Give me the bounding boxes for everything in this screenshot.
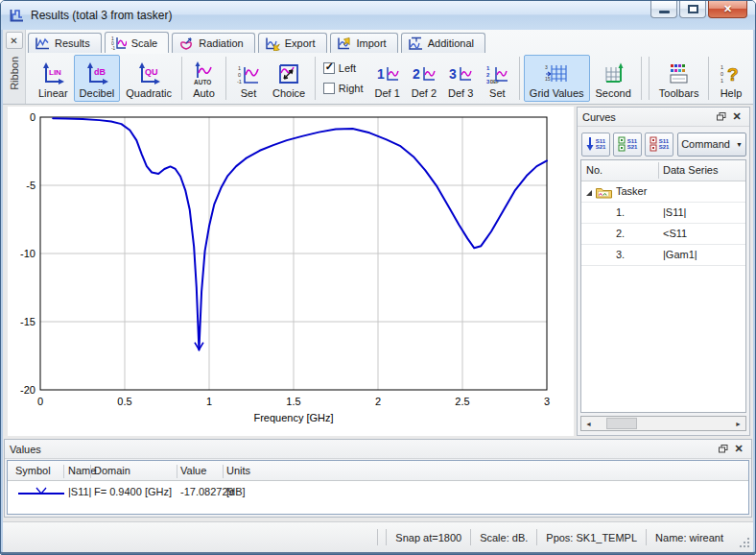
curve-row-2[interactable]: 2. <S11 <box>581 224 745 245</box>
set-def-icon: 1 2 3 DEF <box>484 61 509 86</box>
grid-values-button[interactable]: 3 15 Grid Values <box>524 55 590 102</box>
linear-button[interactable]: LIN Linear <box>33 55 74 102</box>
tab-import[interactable]: Import <box>330 33 398 53</box>
svg-text:1: 1 <box>238 65 241 71</box>
svg-text:AUTO: AUTO <box>194 79 211 85</box>
curve-row-1[interactable]: 1. |S11| <box>581 203 745 224</box>
maximize-icon <box>688 5 698 13</box>
ribbon-toolbar: LIN Linear dB Decibel QU <box>27 53 753 104</box>
svg-text:-20: -20 <box>20 384 35 396</box>
toolbars-button[interactable]: Toolbars <box>653 55 705 102</box>
quadratic-icon: QU <box>136 61 161 86</box>
set-scale-button[interactable]: 1 0 -1 Set <box>230 55 267 102</box>
status-scale: Scale: dB. <box>471 532 536 543</box>
select-all-curves-button[interactable]: S11S21 <box>613 133 642 157</box>
plot-selected-curves-button[interactable]: S11S21 <box>581 133 610 157</box>
tab-label: Radiation <box>199 37 243 49</box>
tab-export[interactable]: Export <box>258 33 327 53</box>
choice-button[interactable]: Choice <box>267 55 311 102</box>
values-row[interactable]: |S11| F= 0.9400 [GHz] -17.082729 [dB] <box>8 481 748 503</box>
svg-text:dB: dB <box>94 67 106 77</box>
values-panel-title: Values <box>10 444 716 455</box>
values-float-button[interactable] <box>716 442 731 456</box>
title-bar[interactable]: Results (total 3 from tasker) ✕ <box>1 1 755 30</box>
app-icon <box>9 8 24 23</box>
quadratic-button[interactable]: QU Quadratic <box>120 55 177 102</box>
tab-radiation[interactable]: Radiation <box>172 33 254 53</box>
tasker-folder-icon <box>596 186 612 199</box>
curve-row-3[interactable]: 3. |Gam1| <box>581 245 745 266</box>
curve-symbol <box>17 485 65 498</box>
auto-scale-button[interactable]: AUTO Auto <box>185 55 222 102</box>
tab-scale[interactable]: 1 0 -1 Scale <box>105 32 170 53</box>
export-icon <box>265 36 280 51</box>
window-body: ✕ Ribbon Results 1 0 -1 <box>3 30 753 552</box>
curves-horizontal-scrollbar[interactable]: ◄ ► <box>580 416 746 431</box>
set-def-button[interactable]: 1 2 3 DEF Set <box>479 55 515 102</box>
tab-label: Results <box>55 37 90 49</box>
decibel-button[interactable]: dB Decibel <box>74 55 121 102</box>
s-parameter-chart: 00.511.522.530-5-10-15-20Frequency [GHz] <box>8 107 574 436</box>
close-button[interactable]: ✕ <box>708 1 747 18</box>
svg-text:-5: -5 <box>26 180 35 191</box>
set-scale-icon: 1 0 -1 <box>236 61 261 86</box>
svg-text:0: 0 <box>30 111 35 123</box>
scrollbar-thumb[interactable] <box>606 418 637 429</box>
plot-area[interactable]: 00.511.522.530-5-10-15-20Frequency [GHz] <box>8 107 574 436</box>
command-dropdown[interactable]: Command ▼ <box>677 133 746 157</box>
axis-side-checkboxes: ✓ Left Right <box>319 55 369 102</box>
second-axis-button[interactable]: Second <box>590 55 637 102</box>
svg-text:-1: -1 <box>237 79 242 84</box>
help-button[interactable]: 1 0 1 ? Help <box>713 55 749 102</box>
def3-icon: 3 <box>448 61 473 86</box>
ribbon-tabs: Results 1 0 -1 Scale <box>28 32 488 53</box>
import-icon <box>337 36 352 51</box>
def1-button[interactable]: 1 Def 1 <box>368 55 405 102</box>
values-close-button[interactable]: ✕ <box>731 442 746 456</box>
curves-close-button[interactable]: ✕ <box>729 109 744 124</box>
status-separator <box>377 529 378 545</box>
left-axis-checkbox[interactable]: ✓ Left <box>323 62 364 74</box>
ribbon-close-button[interactable]: ✕ <box>6 32 23 49</box>
def1-icon: 1 <box>375 61 400 86</box>
scroll-right-icon[interactable]: ► <box>731 421 745 427</box>
curves-float-button[interactable] <box>714 109 729 124</box>
grid-values-icon: 3 15 <box>544 61 569 86</box>
column-divider <box>90 465 91 478</box>
curves-group-row[interactable]: Tasker <box>581 181 745 203</box>
results-icon <box>35 36 50 51</box>
choice-icon <box>276 61 301 86</box>
minimize-button[interactable] <box>650 1 677 18</box>
toolbar-separator <box>315 57 316 100</box>
svg-text:15: 15 <box>545 76 551 82</box>
status-ppos: Ppos: SK1_TEMPL <box>537 532 646 543</box>
def3-button[interactable]: 3 Def 3 <box>442 55 479 102</box>
close-icon: ✕ <box>723 4 732 14</box>
def2-icon: 2 <box>412 61 437 86</box>
maximize-button[interactable] <box>679 1 706 18</box>
values-panel-titlebar[interactable]: Values ✕ <box>5 440 751 459</box>
deselect-all-curves-button[interactable]: S11S21 <box>645 133 673 157</box>
svg-text:3: 3 <box>544 396 550 407</box>
def2-button[interactable]: 2 Def 2 <box>406 55 442 102</box>
curves-table: No. Data Series Tasker <box>580 159 746 413</box>
tab-additional[interactable]: Additional <box>401 33 485 53</box>
float-icon <box>719 445 728 453</box>
right-axis-checkbox[interactable]: Right <box>323 83 364 94</box>
tab-label: Import <box>357 37 387 49</box>
toolbar-separator <box>641 57 642 100</box>
ribbon-side-strip: ✕ Ribbon <box>3 30 26 104</box>
tree-expander-icon[interactable] <box>585 189 593 197</box>
toolbar-separator <box>225 57 226 100</box>
resize-grip[interactable] <box>738 536 750 548</box>
svg-text:2: 2 <box>375 396 381 407</box>
linear-icon: LIN <box>40 61 65 86</box>
tab-results[interactable]: Results <box>28 33 102 53</box>
scroll-left-icon[interactable]: ◄ <box>581 421 596 427</box>
curves-panel-titlebar[interactable]: Curves ✕ <box>578 108 749 127</box>
column-divider <box>63 465 64 478</box>
svg-text:0: 0 <box>238 72 241 78</box>
tab-label: Scale <box>131 37 158 49</box>
svg-text:1: 1 <box>486 65 490 71</box>
checkbox-unchecked <box>323 83 335 94</box>
